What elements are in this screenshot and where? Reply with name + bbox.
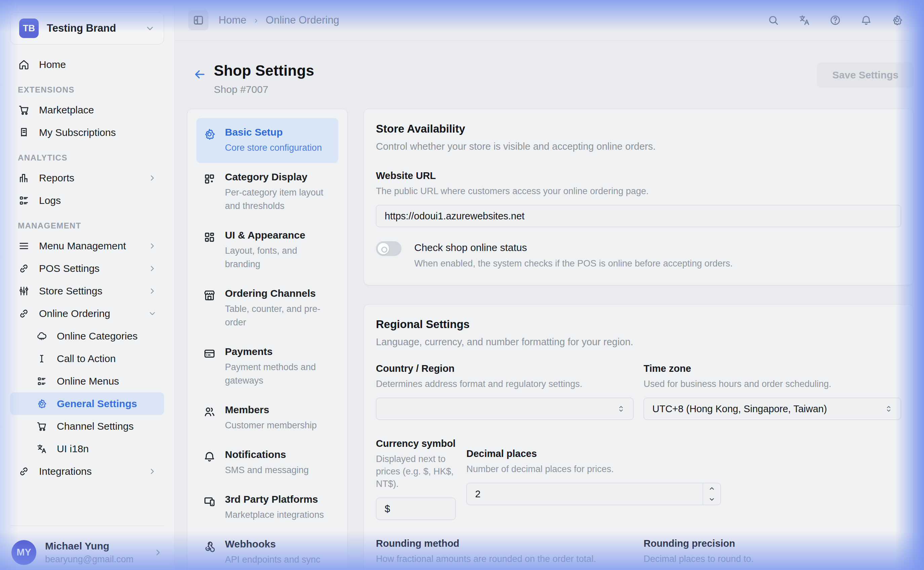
settings-nav-item-members[interactable]: Members Customer membership xyxy=(196,396,338,440)
sliders-icon xyxy=(17,285,30,297)
rounding-precision-desc: Decimal places to round to. xyxy=(644,553,901,565)
receipt-icon xyxy=(17,127,30,138)
sidebar-item-online-ordering[interactable]: Online Ordering xyxy=(10,302,164,325)
settings-nav-desc: Table, counter, and pre-order xyxy=(225,302,331,329)
sidebar-item-ui-i18n[interactable]: UI i18n xyxy=(10,437,164,460)
country-region-label: Country / Region xyxy=(376,363,634,374)
settings-nav-item-3rd-party-platforms[interactable]: 3rd Party Platforms Marketplace integrat… xyxy=(196,485,338,530)
settings-nav-item-webhooks[interactable]: Webhooks API endpoints and sync xyxy=(196,530,338,570)
timezone-desc: Used for business hours and order schedu… xyxy=(644,378,901,390)
stepper-down-button[interactable] xyxy=(703,494,721,505)
timezone-value: UTC+8 (Hong Kong, Singapore, Taiwan) xyxy=(652,403,884,415)
section-extensions: EXTENSIONS xyxy=(18,85,164,95)
sidebar-collapse-button[interactable] xyxy=(188,10,208,30)
user-account-row[interactable]: MY Michael Yung bearyung@gmail.com xyxy=(10,526,164,570)
website-url-input[interactable] xyxy=(376,205,901,227)
settings-nav-desc: Marketplace integrations xyxy=(225,508,324,521)
currency-symbol-desc: Displayed next to prices (e.g. $, HK$, N… xyxy=(376,453,456,490)
settings-nav-item-category-display[interactable]: Category Display Per-category item layou… xyxy=(196,163,338,221)
sidebar: TB Testing Brand Home EXTENSIONS Marketp… xyxy=(0,0,174,570)
check-shop-online-toggle[interactable] xyxy=(376,241,402,256)
settings-nav-title: Basic Setup xyxy=(225,127,322,138)
settings-section-nav: Basic Setup Core store configuration Cat… xyxy=(187,109,348,570)
user-email: bearyung@gmail.com xyxy=(45,554,145,565)
sidebar-item-pos-settings[interactable]: POS Settings xyxy=(10,257,164,280)
topbar: Home › Online Ordering xyxy=(175,0,924,41)
webhook-icon xyxy=(203,538,217,566)
sidebar-item-menu-management[interactable]: Menu Management xyxy=(10,234,164,257)
back-button[interactable] xyxy=(193,67,206,81)
brand-switcher[interactable]: TB Testing Brand xyxy=(10,12,164,44)
chevron-right-icon xyxy=(148,467,157,476)
currency-symbol-input[interactable] xyxy=(376,498,456,520)
toggle-label: Check shop online status xyxy=(414,242,733,253)
country-region-select[interactable] xyxy=(376,398,634,420)
sidebar-item-label: Channel Settings xyxy=(57,421,157,432)
sidebar-item-home[interactable]: Home xyxy=(10,53,164,76)
stepper-up-button[interactable] xyxy=(703,483,721,494)
bell-icon xyxy=(203,449,217,477)
settings-nav-title: Members xyxy=(225,404,317,415)
settings-nav-desc: Per-category item layout and thresholds xyxy=(225,186,331,213)
country-region-desc: Determines address format and regulatory… xyxy=(376,378,634,390)
timezone-label: Time zone xyxy=(644,363,901,374)
sidebar-item-call-to-action[interactable]: Call to Action xyxy=(10,347,164,370)
settings-nav-item-ui-appearance[interactable]: UI & Appearance Layout, fonts, and brand… xyxy=(196,221,338,279)
section-analytics: ANALYTICS xyxy=(18,153,164,162)
layout-icon xyxy=(203,230,217,271)
sidebar-item-store-settings[interactable]: Store Settings xyxy=(10,280,164,302)
chevron-right-icon xyxy=(148,174,157,182)
sidebar-item-integrations[interactable]: Integrations xyxy=(10,460,164,483)
sidebar-item-online-categories[interactable]: Online Categories xyxy=(10,325,164,347)
sidebar-item-online-menus[interactable]: Online Menus xyxy=(10,370,164,392)
list-icon xyxy=(35,376,48,387)
decimal-places-value[interactable]: 2 xyxy=(467,483,703,505)
brand-name: Testing Brand xyxy=(47,22,137,34)
chevron-down-icon xyxy=(708,496,716,503)
rounding-precision-label: Rounding precision xyxy=(644,538,901,549)
search-icon[interactable] xyxy=(767,14,779,26)
gear-icon xyxy=(35,398,48,409)
sidebar-item-reports[interactable]: Reports xyxy=(10,167,164,189)
settings-nav-desc: API endpoints and sync xyxy=(225,553,321,566)
sidebar-item-channel-settings[interactable]: Channel Settings xyxy=(10,415,164,437)
link-icon xyxy=(17,466,30,477)
breadcrumb-separator-icon: › xyxy=(255,15,258,26)
bell-icon[interactable] xyxy=(860,14,872,26)
gear-icon[interactable] xyxy=(891,14,903,26)
settings-nav-title: Payments xyxy=(225,346,331,357)
sidebar-item-logs[interactable]: Logs xyxy=(10,189,164,211)
card-title: Regional Settings xyxy=(376,318,901,331)
settings-nav-title: 3rd Party Platforms xyxy=(225,493,324,505)
decimal-places-stepper: 2 xyxy=(466,483,721,505)
gear-icon xyxy=(203,127,217,155)
decimal-places-label: Decimal places xyxy=(466,448,721,459)
settings-nav-item-basic-setup[interactable]: Basic Setup Core store configuration xyxy=(196,118,338,163)
save-settings-button[interactable]: Save Settings xyxy=(817,62,913,87)
settings-nav-item-payments[interactable]: Payments Payment methods and gateways xyxy=(196,337,338,396)
card-title: Store Availability xyxy=(376,123,901,135)
cart-icon xyxy=(35,421,48,432)
sidebar-item-my-subscriptions[interactable]: My Subscriptions xyxy=(10,121,164,144)
users-icon xyxy=(203,404,217,432)
settings-nav-title: UI & Appearance xyxy=(225,230,331,241)
settings-nav-desc: Layout, fonts, and branding xyxy=(225,244,331,271)
settings-nav-item-notifications[interactable]: Notifications SMS and messaging xyxy=(196,440,338,485)
store-availability-card: Store Availability Control whether your … xyxy=(363,109,913,285)
sidebar-item-marketplace[interactable]: Marketplace xyxy=(10,99,164,121)
menu-icon xyxy=(17,240,30,252)
storefront-icon xyxy=(203,288,217,329)
rounding-method-desc: How fractional amounts are rounded on th… xyxy=(376,553,634,565)
help-icon[interactable] xyxy=(829,14,841,26)
sidebar-item-general-settings[interactable]: General Settings xyxy=(10,392,164,415)
translate-icon[interactable] xyxy=(798,14,810,26)
settings-nav-title: Ordering Channels xyxy=(225,288,331,299)
sidebar-item-label: Logs xyxy=(39,195,157,206)
card-desc: Language, currency, and number formattin… xyxy=(376,337,901,348)
page-header: Shop Settings Shop #7007 Save Settings xyxy=(175,41,924,95)
settings-nav-desc: SMS and messaging xyxy=(225,463,309,477)
timezone-select[interactable]: UTC+8 (Hong Kong, Singapore, Taiwan) xyxy=(644,398,901,420)
settings-nav-item-ordering-channels[interactable]: Ordering Channels Table, counter, and pr… xyxy=(196,279,338,337)
rounding-method-label: Rounding method xyxy=(376,538,634,549)
breadcrumb-home[interactable]: Home xyxy=(218,14,246,26)
